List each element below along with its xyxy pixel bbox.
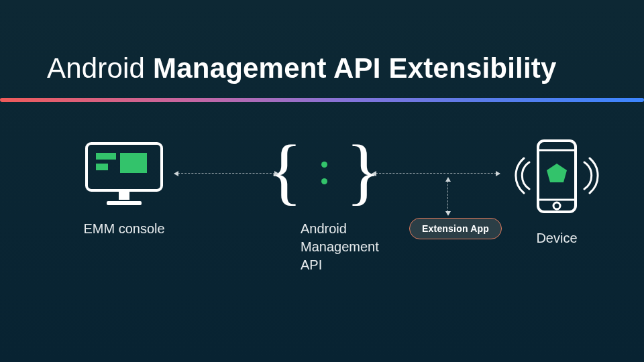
svg-point-9 <box>553 202 560 209</box>
svg-rect-1 <box>96 153 116 160</box>
title-bold: Management API Extensibility <box>153 52 557 84</box>
node-android-management-api: { } Android Management API <box>280 134 368 274</box>
connector-emm-to-api <box>174 173 278 174</box>
braces-icon: { } <box>280 134 368 208</box>
svg-marker-10 <box>547 164 567 182</box>
connector-api-to-device <box>372 173 500 174</box>
node-label: Device <box>506 229 607 247</box>
node-emm-console: EMM console <box>70 141 178 238</box>
gradient-divider <box>0 98 644 102</box>
node-label: EMM console <box>70 220 178 238</box>
slide: Android Management API Extensibility EMM… <box>0 0 644 362</box>
node-device: Device <box>506 137 607 247</box>
svg-rect-2 <box>96 164 108 170</box>
svg-rect-3 <box>120 153 147 173</box>
connector-to-extension-app <box>447 178 448 215</box>
extension-app-pill: Extension App <box>409 218 502 239</box>
svg-rect-4 <box>119 190 129 200</box>
phone-icon <box>506 137 607 217</box>
pill-label: Extension App <box>422 223 489 234</box>
monitor-icon <box>84 141 164 208</box>
svg-rect-5 <box>107 201 142 205</box>
brace-left-icon: { <box>267 134 303 208</box>
node-label: Android Management API <box>280 220 368 274</box>
slide-title: Android Management API Extensibility <box>47 52 557 84</box>
brace-dots-icon <box>321 158 327 184</box>
title-light: Android <box>47 52 153 84</box>
